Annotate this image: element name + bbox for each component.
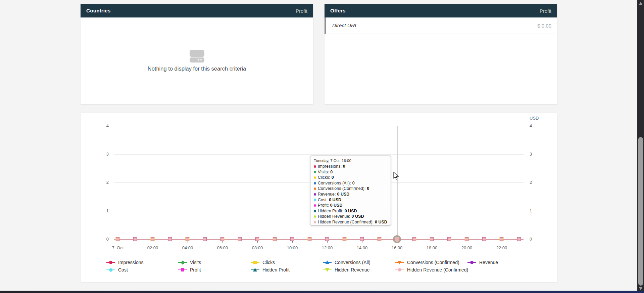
- tooltip-item-value: 0: [343, 164, 345, 169]
- legend-item[interactable]: Revenue: [467, 259, 498, 265]
- vertical-scrollbar[interactable]: [637, 0, 644, 293]
- countries-panel: Countries Profit Nothing to display for …: [81, 4, 313, 104]
- tooltip-item: Clicks:0: [314, 175, 387, 180]
- data-point-marker[interactable]: [517, 237, 521, 241]
- legend-marker-triangle-up-icon: [251, 268, 259, 272]
- x-axis-label: 16:00: [383, 245, 411, 250]
- data-point-marker[interactable]: [325, 237, 329, 241]
- y-axis-label-right: 2: [530, 179, 550, 186]
- data-point-marker[interactable]: [133, 237, 137, 241]
- y-gridline: [114, 126, 524, 126]
- legend-item[interactable]: Visits: [178, 259, 201, 265]
- offer-name[interactable]: Direct URL: [332, 23, 358, 29]
- data-point-marker[interactable]: [430, 237, 434, 241]
- data-point-marker[interactable]: [168, 237, 172, 241]
- legend-marker-square-icon: [251, 260, 259, 264]
- legend-marker-shape: [325, 268, 329, 272]
- tooltip-item-value: 0 USD: [330, 203, 343, 208]
- empty-data-icon: [190, 50, 204, 62]
- legend-marker-shape: [325, 260, 329, 264]
- tooltip-item-value: 0 USD: [375, 219, 387, 225]
- data-point-marker[interactable]: [203, 237, 207, 241]
- legend-item-label: Clicks: [262, 260, 275, 265]
- data-point-marker[interactable]: [412, 237, 416, 241]
- legend-item-label: Conversions (Confirmed): [407, 260, 459, 265]
- countries-panel-title: Countries: [86, 8, 110, 14]
- tooltip-item: Visits:0: [314, 169, 387, 175]
- legend-marker-shape: [109, 261, 112, 264]
- bottom-bar: [0, 291, 644, 293]
- x-axis-line: [114, 240, 524, 240]
- tooltip-item-value: 0 USD: [345, 208, 357, 214]
- tooltip-item-label: Revenue:: [318, 192, 336, 197]
- scrollbar-thumb[interactable]: [638, 137, 643, 286]
- data-point-marker[interactable]: [151, 237, 154, 241]
- legend-item[interactable]: Hidden Revenue (Confirmed): [395, 267, 468, 273]
- data-point-marker[interactable]: [360, 237, 364, 241]
- chart-crosshair: [397, 126, 398, 240]
- data-point-marker[interactable]: [273, 237, 277, 241]
- x-axis-label: 10:00: [278, 245, 306, 250]
- legend-item[interactable]: Cost: [106, 267, 128, 273]
- data-point-marker[interactable]: [116, 237, 119, 241]
- scroll-up-icon[interactable]: [639, 2, 643, 5]
- data-point-marker[interactable]: [482, 237, 486, 241]
- data-point-marker[interactable]: [238, 237, 242, 241]
- legend-item[interactable]: Impressions: [106, 259, 143, 265]
- offers-panel-title: Offers: [330, 8, 346, 14]
- data-point-marker[interactable]: [378, 237, 381, 241]
- x-axis-label: 12:00: [313, 245, 341, 250]
- legend-marker-shape: [398, 268, 401, 271]
- series-color-dot: [314, 176, 316, 179]
- x-axis-label: 08:00: [243, 245, 271, 250]
- tooltip-item-value: 0 USD: [337, 192, 350, 197]
- chart-panel: USD 44332211007. Oct02:0004:0006:0008:00…: [81, 113, 557, 282]
- legend-item[interactable]: Clicks: [251, 259, 275, 265]
- legend-marker-shape: [181, 260, 185, 265]
- tooltip-item-label: Visits:: [318, 169, 329, 175]
- y-axis-label-right: 3: [530, 151, 550, 158]
- legend-marker-triangle-down-icon: [395, 260, 404, 264]
- data-point-marker[interactable]: [255, 237, 259, 241]
- tooltip-item-label: Conversions (Confirmed):: [318, 186, 365, 192]
- legend-item[interactable]: Conversions (Confirmed): [395, 259, 459, 265]
- offer-row[interactable]: Direct URL $ 0.00: [325, 17, 557, 34]
- legend-marker-circle-icon: [106, 260, 115, 264]
- data-point-marker[interactable]: [343, 237, 346, 241]
- hovered-data-point[interactable]: [395, 237, 399, 242]
- tooltip-title: Tuesday, 7 Oct, 16:00: [314, 159, 387, 163]
- y-axis-label-left: 0: [89, 236, 109, 243]
- legend-item-label: Hidden Revenue (Confirmed): [407, 267, 468, 273]
- scroll-down-icon[interactable]: [639, 287, 643, 290]
- data-point-marker[interactable]: [308, 237, 311, 241]
- x-axis-label: 22:00: [488, 245, 516, 250]
- legend-item-label: Impressions: [118, 260, 143, 265]
- tooltip-item-label: Hidden Revenue (Confirmed):: [318, 219, 374, 225]
- legend-item[interactable]: Conversions (All): [323, 259, 370, 265]
- legend-marker-square-icon: [178, 268, 187, 272]
- data-point-marker[interactable]: [447, 237, 451, 241]
- y-axis-label-right: 4: [530, 123, 550, 129]
- countries-empty-state: Nothing to display for this search crite…: [81, 17, 313, 104]
- legend-item[interactable]: Hidden Profit: [251, 267, 290, 273]
- series-color-dot: [314, 215, 316, 218]
- y-axis-unit-label: USD: [530, 116, 539, 121]
- data-point-marker[interactable]: [500, 237, 503, 241]
- tooltip-item-value: 0: [367, 186, 369, 192]
- y-axis-label-left: 4: [89, 123, 109, 129]
- legend-item[interactable]: Profit: [178, 267, 201, 273]
- data-point-marker[interactable]: [290, 237, 294, 241]
- y-axis-label-left: 3: [89, 151, 109, 158]
- tooltip-item: Revenue:0 USD: [314, 192, 387, 197]
- legend-item-label: Hidden Profit: [262, 267, 290, 273]
- series-color-dot: [314, 165, 316, 168]
- tooltip-item-label: Profit:: [318, 203, 329, 208]
- data-point-marker[interactable]: [186, 237, 189, 241]
- legend-marker-circle-icon: [395, 268, 404, 272]
- x-axis-label: 7. Oct: [104, 245, 132, 250]
- data-point-marker[interactable]: [220, 237, 224, 241]
- legend-item[interactable]: Hidden Revenue: [323, 267, 369, 273]
- data-point-marker[interactable]: [465, 237, 468, 241]
- x-axis-label: 14:00: [348, 245, 376, 250]
- tooltip-item-value: 0: [332, 175, 334, 180]
